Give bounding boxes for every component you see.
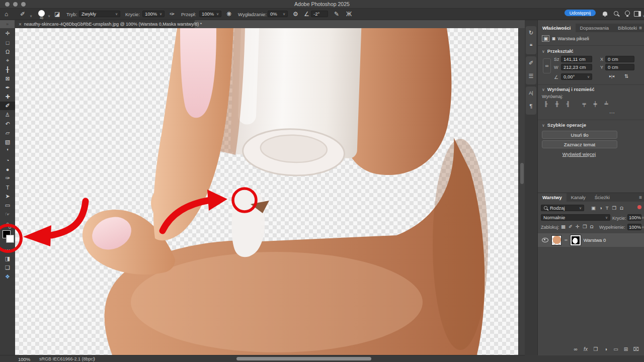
document-tab[interactable]: × neauthy-skincare-4Q8DbqGbRbE-unsplash.… [15,20,195,28]
layers-panel-menu-icon[interactable]: ≡ [639,195,642,200]
filter-adjustment-icon[interactable]: ◑ [599,205,602,211]
layer-thumbnail[interactable] [551,235,561,245]
workspace-icon[interactable] [634,11,641,18]
home-icon[interactable]: ⌂ [5,10,8,18]
lightbulb-icon[interactable] [625,11,630,17]
pen-tool[interactable]: ✑ [0,174,15,183]
lock-position-icon[interactable]: ✛ [576,224,580,229]
quick-mask-icon[interactable]: ◨ [0,254,15,263]
layer-mask-thumbnail[interactable] [571,235,581,245]
brush-preset-icon[interactable]: ✐ [20,10,25,18]
move-tool[interactable]: ✛ [0,29,15,38]
marquee-tool[interactable]: □ [0,38,15,47]
blur-tool[interactable]: ❜ [0,147,15,155]
pixel-layer-icon[interactable]: ▣ [542,35,549,42]
opacity-select[interactable]: 100% ∨ [142,11,165,17]
toolbar-overflow-icon[interactable]: » [0,20,15,28]
align-section-header[interactable]: ∨Wyrównaj i rozmieść [542,86,595,92]
add-mask-icon[interactable]: ❒ [591,346,600,352]
brush-settings-icon[interactable]: ☰ [526,69,536,82]
brush-size-chevron-icon[interactable]: ∨ [48,12,50,20]
comment-icon[interactable]: ❝ [526,39,536,52]
brushes-icon[interactable]: ✐ [526,56,536,69]
flow-select[interactable]: 100% ∨ [199,11,221,17]
eraser-tool[interactable]: ▱ [0,129,15,137]
delete-layer-icon[interactable]: ⌧ [631,346,640,352]
pressure-opacity-icon[interactable]: ✑ [170,10,175,18]
show-more-link[interactable]: Wyświetl więcej [538,151,620,157]
width-input[interactable]: 141,11 cm [561,56,592,62]
share-button[interactable]: Udostępnij [565,10,596,16]
tab-layers[interactable]: Warstwy [538,193,567,202]
more-tools-icon[interactable]: ⋯ [0,245,15,254]
brush-panel-toggle-icon[interactable]: ◪ [54,10,60,18]
bell-icon[interactable] [603,11,607,17]
lock-all-icon[interactable]: Ω [590,224,593,229]
close-tab-icon[interactable]: × [19,22,22,27]
layers-opacity-select[interactable]: 100% ∨ [627,214,641,221]
tab-channels[interactable]: Kanały [567,193,590,202]
x-input[interactable]: 0 cm [605,56,634,62]
lasso-tool[interactable]: Ω [0,47,15,56]
search-icon[interactable] [614,11,618,17]
align-more-icon[interactable]: ⋯ [609,110,615,116]
tab-properties[interactable]: Właściwości [538,24,576,32]
history-brush-tool[interactable]: ↶ [0,120,15,128]
tab-libraries[interactable]: Biblioteki [613,24,641,32]
paragraph-icon[interactable]: ¶ [526,100,536,113]
align-bottom-icon[interactable]: ╧ [602,101,610,107]
filter-type-icon[interactable]: T [606,205,609,211]
tab-paths[interactable]: Ścieżki [590,193,614,202]
history-icon[interactable]: ↻ [526,26,536,39]
height-input[interactable]: 212,23 cm [561,64,592,70]
panel-menu-icon[interactable]: ≡ [639,25,642,31]
frame-tool[interactable]: ⊠ [0,74,15,83]
crop-tool[interactable]: ╂ [0,65,15,74]
airbrush-icon[interactable]: ❋ [226,10,231,18]
fill-select[interactable]: 100% ∨ [627,224,641,230]
filter-toggle-icon[interactable] [637,205,641,209]
zoom-level-field[interactable]: 100% [18,356,30,362]
link-dimensions-icon[interactable]: ∞ [543,58,551,73]
extra-tool-icon[interactable]: ❖ [0,273,15,281]
horizontal-scrollbar-thumb[interactable] [236,357,371,360]
vertical-scrollbar-thumb[interactable] [520,163,524,184]
align-center-h-icon[interactable]: ╫ [553,101,561,107]
canvas[interactable] [15,28,518,355]
brush-preset-chevron-icon[interactable]: ∨ [30,12,32,20]
mode-select[interactable]: Zwykły ∨ [79,11,120,17]
align-top-icon[interactable]: ╤ [580,101,588,107]
align-left-icon[interactable]: ╟ [542,101,550,107]
smoothing-select[interactable]: 0% ∨ [268,11,288,17]
lock-transparent-icon[interactable]: ▦ [561,224,566,229]
new-group-icon[interactable]: ▭ [611,346,620,352]
layer-name[interactable]: Warstwa 0 [584,237,606,243]
gradient-tool[interactable]: ▧ [0,138,15,146]
rectangle-tool[interactable]: ▭ [0,201,15,210]
y-input[interactable]: 0 cm [605,64,634,70]
symmetry-icon[interactable]: Ж [346,10,352,18]
remove-background-button[interactable]: Usuń tło [542,131,617,139]
new-adjustment-icon[interactable]: ◑ [601,346,610,352]
path-selection-tool[interactable]: ➤ [0,192,15,201]
screen-mode-icon[interactable]: ❏ [0,263,15,272]
tab-adjustments[interactable]: Dopasowania [576,24,614,32]
filter-shape-icon[interactable]: ❒ [612,205,617,211]
blend-mode-select[interactable]: Normalnie ∨ [541,214,610,221]
vertical-scrollbar[interactable] [518,28,525,355]
layer-fx-icon[interactable]: fx [581,346,590,352]
flip-vertical-icon[interactable]: ⇅ [624,73,628,79]
layer-visibility-icon[interactable] [542,238,548,242]
background-color-swatch[interactable] [6,235,14,243]
eyedropper-tool[interactable]: ✒ [0,83,15,92]
transform-section-header[interactable]: ∨Przekształć [542,48,574,54]
angle-select[interactable]: 0,00° ∨ [561,73,592,80]
object-selection-tool[interactable]: ⌖ [0,56,15,65]
layer-filter-select[interactable]: Rodzaj ∨ [541,205,584,211]
clone-stamp-tool[interactable]: ♙ [0,111,15,119]
link-layers-icon[interactable]: ∞ [571,346,580,352]
layer-row[interactable]: ∞ Warstwa 0 [538,233,644,247]
filter-pixel-icon[interactable]: ▣ [591,205,596,211]
align-center-v-icon[interactable]: ╪ [591,101,599,107]
new-layer-icon[interactable]: ⊞ [621,346,630,352]
